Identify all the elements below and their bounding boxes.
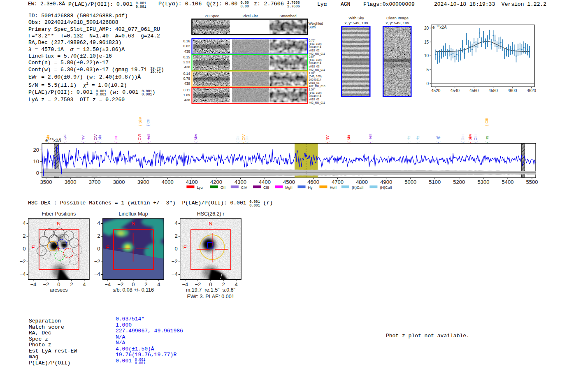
svg-text:3800: 3800 [113, 179, 125, 185]
svg-text:438: 438 [184, 98, 190, 102]
svg-text:5500: 5500 [526, 179, 538, 185]
svg-text:4500: 4500 [283, 179, 295, 185]
svg-text:CIII: CIII [263, 186, 269, 190]
svg-text:0: 0 [132, 281, 135, 288]
svg-text:0: 0 [209, 281, 212, 288]
svg-text:{ HeII: { HeII [146, 134, 151, 143]
svg-text:Lineflux Map: Lineflux Map [118, 211, 148, 217]
svg-text:e−17x2Å: e−17x2Å [432, 25, 447, 30]
svg-text:4400: 4400 [259, 179, 271, 185]
svg-text:{ SiII: { SiII [98, 135, 102, 143]
svg-text:0: 0 [174, 246, 177, 252]
svg-text:4: 4 [97, 220, 100, 226]
svg-text:E: E [183, 245, 187, 251]
svg-text:5200: 5200 [453, 179, 465, 185]
svg-text:−2: −2 [195, 281, 201, 288]
svg-text:{ Hβ: { Hβ [436, 136, 440, 143]
svg-text:4600: 4600 [508, 88, 517, 93]
svg-text:1.54": 1.54" [309, 88, 316, 91]
svg-text:v018_02: v018_02 [309, 49, 320, 52]
svg-text:v018_01: v018_01 [309, 98, 320, 101]
svg-text:20240214: 20240214 [309, 95, 321, 97]
svg-text:438: 438 [184, 49, 190, 53]
svg-text:20240214: 20240214 [309, 46, 321, 49]
svg-text:(549, 109): (549, 109) [309, 75, 322, 78]
svg-text:5100: 5100 [429, 179, 441, 185]
svg-text:10: 10 [33, 158, 39, 165]
svg-text:{ NV: { NV [325, 135, 330, 143]
svg-text:1.89: 1.89 [183, 93, 190, 97]
svg-text:−4: −4 [172, 271, 178, 277]
svg-text:{ OIII: { OIII [461, 135, 465, 143]
svg-text:3900: 3900 [137, 179, 149, 185]
svg-text:3700: 3700 [89, 179, 101, 185]
svg-text:Sum: Sum [309, 25, 316, 29]
svg-text:{ SiII: { SiII [347, 135, 351, 143]
svg-text:{ Hγ: { Hγ [485, 136, 489, 143]
svg-text:v018_01: v018_01 [309, 81, 320, 85]
svg-text:20: 20 [33, 147, 39, 153]
svg-text:{ Hγ: { Hγ [416, 136, 420, 143]
svg-text:E: E [106, 245, 109, 251]
svg-text:−2: −2 [172, 258, 178, 264]
svg-text:2: 2 [97, 233, 100, 239]
svg-text:−4: −4 [30, 281, 36, 288]
svg-text:{ OVI: { OVI [137, 134, 142, 143]
svg-text:Lyα: Lyα [197, 186, 202, 190]
svg-text:5400: 5400 [502, 179, 514, 185]
svg-text:N: N [57, 221, 60, 227]
svg-text:10: 10 [424, 53, 429, 58]
svg-text:{ OII: { OII [146, 118, 150, 126]
svg-text:0.15: 0.15 [183, 55, 190, 59]
svg-text:arcsecs: arcsecs [50, 287, 67, 293]
svg-text:{ NV: { NV [81, 135, 85, 143]
svg-text:0: 0 [23, 246, 26, 252]
svg-text:0.16: 0.16 [183, 39, 190, 43]
svg-text:Clean Image: Clean Image [386, 16, 409, 20]
svg-text:15: 15 [424, 40, 429, 44]
svg-text:{ OII: { OII [236, 135, 240, 143]
svg-text:2: 2 [222, 281, 225, 288]
svg-text:4620: 4620 [527, 88, 537, 93]
svg-text:{ SiIV: { SiIV [468, 134, 472, 143]
svg-text:EWr: 3. PLAE: 0.001: EWr: 3. PLAE: 0.001 [187, 294, 234, 299]
svg-text:402_RU_011: 402_RU_011 [309, 101, 325, 104]
svg-text:{ Lyα: { Lyα [63, 135, 67, 143]
svg-text:5: 5 [426, 67, 429, 72]
svg-text:−2: −2 [43, 281, 49, 288]
svg-text:{ SiIV: { SiIV [138, 117, 142, 126]
svg-text:2D Spec: 2D Spec [205, 14, 219, 18]
svg-text:4600: 4600 [307, 179, 319, 185]
svg-text:(H)CaII: (H)CaII [380, 186, 392, 190]
svg-text:m:19.7 re:1.5" s:0.6": m:19.7 re:1.5" s:0.6" [186, 287, 235, 293]
svg-text:4100: 4100 [186, 179, 198, 185]
svg-text:HeII: HeII [330, 186, 337, 190]
svg-text:4560: 4560 [469, 88, 479, 93]
svg-text:Hγ: Hγ [308, 186, 313, 190]
svg-text:0.84": 0.84" [309, 55, 316, 58]
svg-text:2: 2 [144, 281, 147, 288]
svg-text:(549, 109): (549, 109) [309, 58, 322, 62]
svg-text:MgII: MgII [285, 186, 293, 190]
svg-text:0: 0 [57, 281, 60, 288]
svg-text:4900: 4900 [380, 179, 392, 185]
svg-text:OII: OII [221, 186, 225, 190]
svg-text:4: 4 [83, 281, 86, 288]
svg-text:With Sky: With Sky [348, 16, 364, 20]
svg-text:{ CIV: { CIV [93, 134, 98, 143]
svg-text:5000: 5000 [404, 179, 416, 185]
svg-text:{ Hγ: { Hγ [406, 136, 411, 143]
svg-text:4300: 4300 [235, 179, 246, 185]
svg-text:(K)CaII: (K)CaII [352, 186, 364, 190]
svg-text:v018_03: v018_03 [309, 65, 320, 68]
svg-text:N: N [131, 221, 135, 227]
svg-text:4: 4 [23, 220, 26, 226]
svg-text:(549, 109): (549, 109) [309, 91, 322, 95]
svg-text:Fiber Positions: Fiber Positions [42, 211, 76, 217]
svg-text:4700: 4700 [332, 179, 344, 185]
svg-text:Pixel Flat: Pixel Flat [242, 14, 258, 18]
svg-text:{ CII: { CII [114, 136, 118, 143]
svg-text:−4: −4 [105, 281, 111, 288]
svg-text:4: 4 [157, 281, 160, 288]
svg-text:438: 438 [184, 65, 190, 69]
